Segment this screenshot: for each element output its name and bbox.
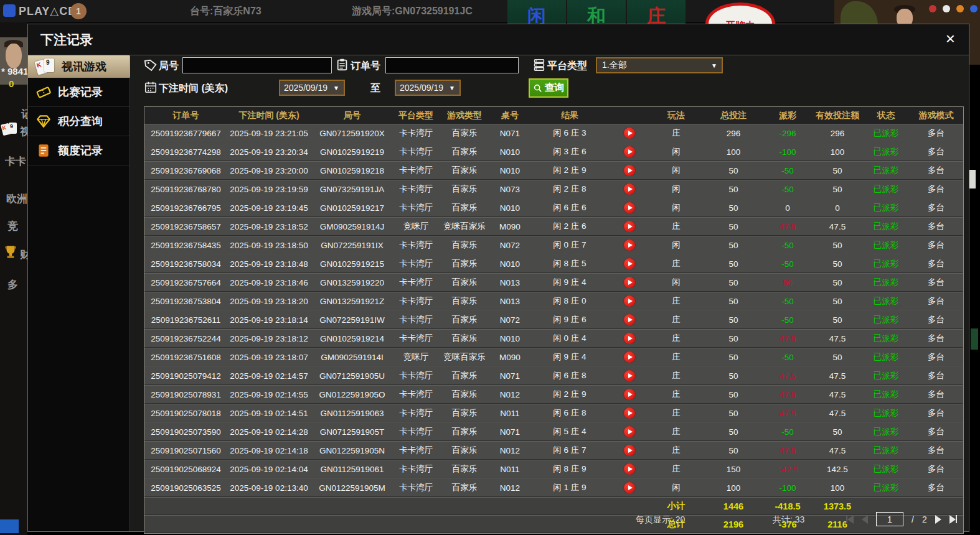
sidebar-item-points-query[interactable]: 积分查询 bbox=[28, 107, 130, 136]
last-page-button[interactable] bbox=[949, 515, 957, 524]
close-icon[interactable]: × bbox=[946, 29, 955, 48]
cell-valid_bet: 50 bbox=[812, 427, 863, 437]
cell-total_bet: 50 bbox=[704, 353, 763, 362]
cell-mode: 多台 bbox=[909, 277, 963, 288]
play-video-button[interactable] bbox=[624, 240, 635, 251]
cell-round: GN072259191IX bbox=[311, 241, 393, 250]
cell-valid_bet: 50 bbox=[812, 241, 863, 250]
cell-table_no: N011 bbox=[491, 409, 529, 418]
play-video-button[interactable] bbox=[624, 128, 635, 139]
cell-valid_bet: 100 bbox=[812, 147, 863, 157]
play-video-button[interactable] bbox=[624, 258, 635, 269]
first-page-button[interactable] bbox=[846, 515, 854, 524]
cell-status: 已派彩 bbox=[863, 184, 909, 195]
play-video-button[interactable] bbox=[624, 184, 635, 195]
cell-mode: 多台 bbox=[909, 165, 963, 176]
next-page-button[interactable] bbox=[935, 515, 941, 524]
prev-page-button[interactable] bbox=[862, 515, 868, 524]
cell-order: 250919025071560 bbox=[144, 446, 227, 455]
play-video-button[interactable] bbox=[624, 202, 635, 213]
sidebar-item-match-records[interactable]: 比赛记录 bbox=[28, 78, 130, 107]
play-video-button[interactable] bbox=[624, 482, 635, 493]
cell-table_no: N012 bbox=[491, 446, 529, 455]
cell-status: 已派彩 bbox=[863, 482, 909, 493]
user-avatar bbox=[0, 37, 27, 85]
cell-mode: 多台 bbox=[909, 407, 963, 419]
menu-frag-europe: 欧洲 bbox=[6, 192, 27, 206]
sidebar-item-label: 视讯游戏 bbox=[62, 59, 106, 74]
cell-round: GN072259191IW bbox=[311, 315, 393, 325]
sidebar-item-video-games[interactable]: K 9 视讯游戏 bbox=[28, 55, 130, 78]
page-slash: / bbox=[912, 514, 914, 524]
cell-status: 已派彩 bbox=[863, 295, 909, 307]
cell-status: 已派彩 bbox=[863, 426, 909, 437]
round-number-input[interactable] bbox=[182, 57, 332, 73]
sidebar-item-quota-records[interactable]: 额度记录 bbox=[28, 136, 130, 165]
search-button[interactable]: 查询 bbox=[529, 78, 568, 98]
cell-table_no: N072 bbox=[491, 315, 529, 325]
cell-status: 已派彩 bbox=[863, 333, 909, 344]
cell-bet_on: 闲 bbox=[649, 146, 704, 157]
cell-bet_on: 闲 bbox=[649, 240, 704, 251]
play-video-button[interactable] bbox=[624, 221, 635, 232]
cell-round: GN0712591905T bbox=[311, 427, 393, 437]
cell-round: GM0902591914J bbox=[311, 222, 393, 231]
cell-time: 2025-09-19 02:14:57 bbox=[227, 371, 311, 381]
play-video-button[interactable] bbox=[624, 295, 635, 307]
date-from-select[interactable]: 2025/09/19 ▼ bbox=[279, 80, 345, 96]
play-video-button[interactable] bbox=[624, 407, 635, 419]
play-video-button[interactable] bbox=[624, 165, 635, 176]
cell-play bbox=[610, 426, 649, 437]
cell-bet_on: 庄 bbox=[649, 295, 704, 307]
background-fragment-white bbox=[969, 170, 976, 188]
cell-game: 百家乐 bbox=[438, 370, 491, 381]
play-video-button[interactable] bbox=[624, 351, 635, 363]
cell-round: GM0902591914I bbox=[311, 353, 393, 362]
cell-valid_bet: 47.5 bbox=[812, 446, 863, 455]
cell-payout: -50 bbox=[763, 315, 812, 325]
cell-time: 2025-09-19 23:18:20 bbox=[227, 297, 311, 306]
cell-game: 百家乐 bbox=[438, 426, 491, 437]
play-video-button[interactable] bbox=[624, 463, 635, 475]
table-row: 2509190250635252025-09-19 02:13:40GN0122… bbox=[144, 478, 963, 497]
cell-mode: 多台 bbox=[909, 351, 963, 363]
page-count-label: 2 bbox=[922, 514, 927, 524]
cell-payout: -100 bbox=[763, 483, 812, 493]
cell-table_no: N071 bbox=[491, 427, 529, 437]
play-video-button[interactable] bbox=[624, 370, 635, 381]
play-video-button[interactable] bbox=[624, 146, 635, 157]
per-page-label[interactable]: 每页显示: 20 bbox=[636, 514, 685, 526]
table-row: 2509192367538042025-09-19 23:18:20GN0132… bbox=[144, 292, 963, 310]
play-video-button[interactable] bbox=[624, 333, 635, 344]
cell-game: 百家乐 bbox=[438, 258, 491, 269]
play-video-button[interactable] bbox=[624, 314, 635, 325]
table-row: 2509192367576642025-09-19 23:18:46GN0132… bbox=[144, 273, 963, 292]
pagination-footer: 每页显示: 20 共计: 33 / 2 bbox=[130, 508, 969, 531]
order-number-input[interactable] bbox=[385, 57, 519, 73]
cell-mode: 多台 bbox=[909, 445, 963, 456]
cell-time: 2025-09-19 23:19:59 bbox=[227, 185, 311, 194]
cell-play bbox=[610, 463, 649, 475]
platform-type-select[interactable]: 1.全部 ▼ bbox=[596, 57, 723, 73]
cell-time: 2025-09-19 23:18:48 bbox=[227, 259, 311, 269]
pager: / 2 bbox=[846, 512, 957, 526]
page-number-input[interactable] bbox=[876, 512, 903, 526]
play-video-button[interactable] bbox=[624, 426, 635, 437]
play-video-button[interactable] bbox=[624, 389, 635, 400]
play-video-button[interactable] bbox=[624, 277, 635, 288]
cell-valid_bet: 50 bbox=[812, 353, 863, 362]
table-header-row: 订单号下注时间 (美东)局号平台类型游戏类型桌号结果玩法总投注派彩有效投注额状态… bbox=[144, 107, 963, 124]
cell-mode: 多台 bbox=[909, 463, 963, 475]
cell-game: 竞咪百家乐 bbox=[438, 221, 491, 232]
cell-total_bet: 296 bbox=[704, 129, 763, 138]
col-header-bet_on: 玩法 bbox=[649, 110, 704, 121]
table-row: 2509190250794122025-09-19 02:14:57GN0712… bbox=[144, 366, 963, 385]
cell-time: 2025-09-19 02:14:28 bbox=[227, 427, 311, 437]
play-video-button[interactable] bbox=[624, 445, 635, 456]
table-row: 2509190250735902025-09-19 02:14:28GN0712… bbox=[144, 422, 963, 441]
bet-panel: 闲 和 庄 bbox=[507, 0, 687, 22]
cell-play bbox=[610, 240, 649, 251]
cell-valid_bet: 47.5 bbox=[812, 371, 863, 381]
to-label: 至 bbox=[370, 82, 380, 95]
date-to-select[interactable]: 2025/09/19 ▼ bbox=[395, 80, 461, 96]
